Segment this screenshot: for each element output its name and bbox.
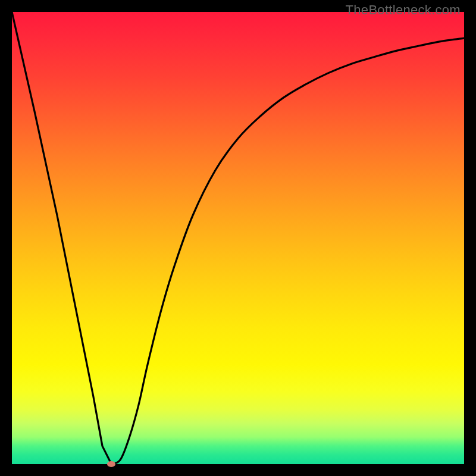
curve-path [12, 12, 464, 464]
chart-frame: TheBottleneck.com [0, 0, 476, 476]
minimum-marker [107, 461, 115, 467]
curve-svg [12, 12, 464, 464]
plot-area [12, 12, 464, 464]
watermark-text: TheBottleneck.com [346, 2, 461, 18]
